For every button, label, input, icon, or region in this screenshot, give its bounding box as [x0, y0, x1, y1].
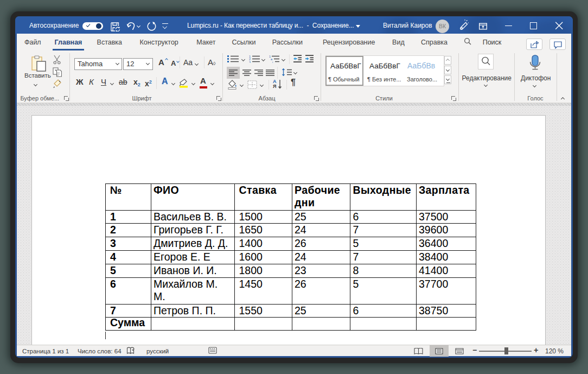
svg-text:i: i — [272, 61, 273, 64]
svg-text:3: 3 — [249, 61, 251, 64]
